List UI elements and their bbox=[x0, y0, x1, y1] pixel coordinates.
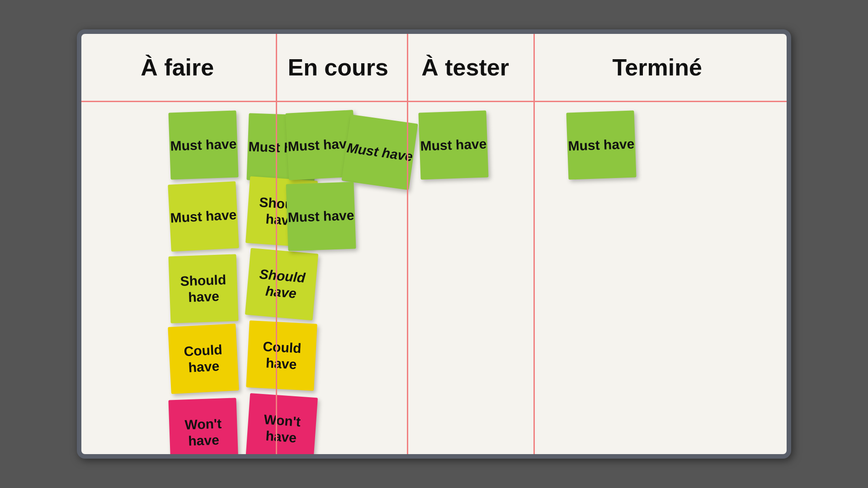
note-wont-have-2[interactable]: Won't have bbox=[245, 393, 318, 459]
divider-3 bbox=[533, 34, 535, 454]
col-header-termine: Terminé bbox=[528, 54, 787, 81]
note-must-have-1[interactable]: Must have bbox=[168, 110, 238, 179]
note-must-have-3[interactable]: Must have bbox=[168, 181, 239, 252]
note-could-have-1[interactable]: Could have bbox=[168, 324, 239, 394]
note-could-have-2[interactable]: Could have bbox=[246, 320, 317, 391]
col-header-a-faire: À faire bbox=[81, 54, 274, 81]
col-header-a-tester: À tester bbox=[403, 54, 528, 81]
note-should-have-2[interactable]: Should have bbox=[168, 254, 238, 323]
column-headers: À faire En cours À tester Terminé bbox=[81, 34, 787, 101]
divider-1 bbox=[276, 34, 277, 454]
note-a-tester-1[interactable]: Must have bbox=[418, 110, 488, 179]
note-wont-have-1[interactable]: Won't have bbox=[168, 398, 238, 459]
horizontal-divider bbox=[81, 101, 787, 102]
note-should-have-3[interactable]: Should have bbox=[245, 248, 318, 321]
note-en-cours-3[interactable]: Must have bbox=[286, 182, 356, 251]
whiteboard: À faire En cours À tester Terminé Must h… bbox=[77, 29, 791, 459]
note-termine-1[interactable]: Must have bbox=[566, 110, 636, 179]
divider-2 bbox=[407, 34, 408, 454]
col-header-en-cours: En cours bbox=[274, 54, 403, 81]
